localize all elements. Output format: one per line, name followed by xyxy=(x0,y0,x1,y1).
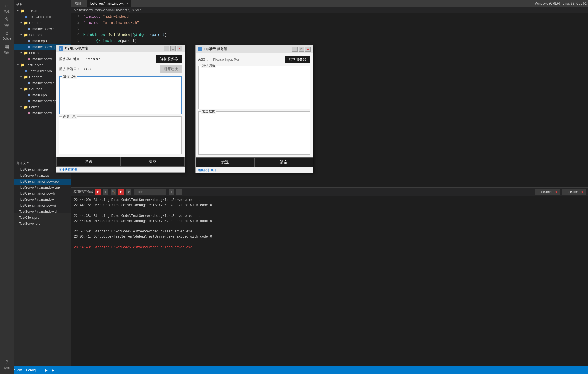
tree-item-testclient-pro[interactable]: ■ TestClient.pro xyxy=(14,14,71,20)
tree-item-sources[interactable]: ▼ 📁 Sources xyxy=(14,32,71,38)
client-connect-btn[interactable]: 连接服务器 xyxy=(156,55,182,63)
open-file-item[interactable]: TestServer/mainwindow.cpp xyxy=(14,185,71,191)
file-icon: ■ xyxy=(27,111,31,115)
client-disconnect-btn[interactable]: 断开连接 xyxy=(160,65,182,73)
project-icon: ▦ xyxy=(4,44,10,50)
debug-run-icon[interactable]: ▶ xyxy=(52,368,54,372)
code-line: 2 #include "ui_mainwindow.h" xyxy=(71,20,588,26)
folder-icon: 📁 xyxy=(24,51,28,55)
stop-btn[interactable]: ■ xyxy=(103,189,108,195)
client-ip-value: 127.0.0.1 xyxy=(86,57,154,61)
client-send-btn[interactable]: 发送 xyxy=(56,157,120,167)
open-file-item[interactable]: TestClient/mainwindow.h xyxy=(14,191,71,197)
build-btn[interactable]: 🔨 xyxy=(111,189,116,195)
file-icon: ■ xyxy=(24,14,28,19)
file-tree-header: 项目 xyxy=(14,0,71,8)
tree-item-main-cpp[interactable]: ■ main.cpp xyxy=(14,38,71,44)
client-comm-group1: 通信记录 xyxy=(59,76,182,114)
sidebar-icon-help[interactable]: ? 帮助 xyxy=(0,358,13,371)
tree-label: Headers xyxy=(29,75,42,79)
open-file-item[interactable]: TestServer/main.cpp xyxy=(14,173,71,179)
output-line-highlight: 23:14:43: Starting D:\qtCode\TestServer\… xyxy=(74,245,585,250)
spacer xyxy=(22,27,26,31)
topbar: 项目 TestClient/mainwindow... × Windows (C… xyxy=(71,0,588,7)
server-port-row: 端口： 启动服务器 xyxy=(198,56,310,63)
open-file-item[interactable]: TestClient.pro xyxy=(14,215,71,221)
edit-icon: ✎ xyxy=(4,16,10,22)
server-clear-btn[interactable]: 清空 xyxy=(254,157,313,167)
server-send-btn[interactable]: 发送 xyxy=(196,157,254,167)
open-file-item[interactable]: TestClient/mainwindow.cpp xyxy=(14,179,71,185)
help-icon: ? xyxy=(4,360,10,366)
tree-label: Forms xyxy=(29,105,39,109)
client-titlebar: T Tcp聊天-客户端 _ □ × xyxy=(56,45,185,52)
tree-item-mainwindow-h[interactable]: ■ mainwindow.h xyxy=(14,26,71,32)
settings-btn[interactable]: ⚙ xyxy=(126,189,131,195)
output-tab-testserver[interactable]: TestServer ✕ xyxy=(535,189,560,195)
tree-item-testclient[interactable]: ▼ 📁 TestClient xyxy=(14,8,71,14)
server-close-btn[interactable]: × xyxy=(305,47,311,52)
code-line: 4 MainWindow::MainWindow(QWidget *parent… xyxy=(71,32,588,38)
server-maximize-btn[interactable]: □ xyxy=(299,47,304,52)
client-clear-btn[interactable]: 清空 xyxy=(120,157,185,167)
output-tab-testclient[interactable]: TestClient ✕ xyxy=(562,189,586,195)
edit-label: 编辑 xyxy=(4,23,10,27)
tab-mainwindow-cpp[interactable]: TestClient/mainwindow... × xyxy=(87,0,131,7)
tab-close-icon[interactable]: ✕ xyxy=(581,191,583,194)
run-btn[interactable]: ▶ xyxy=(95,189,101,195)
arrow-icon: ▼ xyxy=(19,105,23,109)
breadcrumb: MainWindow::MainWindow(QWidget *) -> voi… xyxy=(71,7,588,14)
client-comm-label2: 通信记录 xyxy=(62,114,77,119)
server-port-label: 端口： xyxy=(198,57,209,62)
folder-icon: 📁 xyxy=(20,8,25,13)
output-filter-input[interactable] xyxy=(134,189,166,195)
open-file-item[interactable]: TestServer/mainwindow.ui xyxy=(14,209,71,215)
code-line: 5 : QMainWindow(parent) xyxy=(71,38,588,44)
server-status-text: 连接状态:断开 xyxy=(198,168,217,172)
code-line: 1 #include "mainwindow.h" xyxy=(71,14,588,20)
tab-close-icon[interactable]: ✕ xyxy=(555,191,557,194)
filter-minus-btn[interactable]: - xyxy=(176,189,182,195)
open-file-item[interactable]: TestServer.pro xyxy=(14,221,71,227)
folder-icon: 📁 xyxy=(20,63,25,67)
output-line: 22:44:00: Starting D:\qtCode\TestServer\… xyxy=(74,198,585,203)
open-file-item[interactable]: TestClient/mainwindow.ui xyxy=(14,203,71,209)
breadcrumb-text: MainWindow::MainWindow(QWidget *) -> voi… xyxy=(74,8,141,12)
tree-label: Sources xyxy=(29,87,42,91)
open-file-item[interactable]: TestServer/mainwindow.h xyxy=(14,197,71,203)
sidebar-icon-project[interactable]: ▦ 项目 xyxy=(0,42,13,55)
file-icon: ■ xyxy=(24,69,28,73)
client-content: 服务器IP地址： 127.0.0.1 连接服务器 服务器端口： 8888 断开连… xyxy=(56,52,185,157)
project-label: 项目 xyxy=(4,51,10,54)
tree-label: TestServer.pro xyxy=(29,69,52,73)
file-icon: ■ xyxy=(27,99,31,103)
sidebar-icon-edit[interactable]: ✎ 编辑 xyxy=(0,15,13,28)
client-minimize-btn[interactable]: _ xyxy=(164,46,169,51)
spacer xyxy=(22,111,26,115)
welcome-icon: ⌂ xyxy=(4,3,10,9)
folder-icon: 📁 xyxy=(24,105,28,109)
tree-label: mainwindow.ui xyxy=(32,57,56,61)
client-window: T Tcp聊天-客户端 _ □ × 服务器IP地址： 127.0.0.1 连接服… xyxy=(56,45,185,173)
server-minimize-btn[interactable]: _ xyxy=(292,47,298,52)
sidebar-icon-welcome[interactable]: ⌂ 欢迎 xyxy=(0,1,13,14)
file-icon: ■ xyxy=(27,93,31,97)
server-window-icon: T xyxy=(198,47,202,51)
client-maximize-btn[interactable]: □ xyxy=(170,46,176,51)
client-comm-label1: 通信记录 xyxy=(62,74,77,79)
tree-label: mainwindow.ui xyxy=(32,111,56,115)
sidebar-icon-debug[interactable]: ⬡ Debug xyxy=(0,29,13,42)
folder-icon: 📁 xyxy=(24,87,28,91)
client-close-btn[interactable]: × xyxy=(177,46,182,51)
tab-close-icon[interactable]: × xyxy=(126,2,128,5)
server-port-input[interactable] xyxy=(211,56,283,63)
run-icon[interactable]: ▶ xyxy=(45,368,48,372)
arrow-icon: ▼ xyxy=(16,9,20,13)
filter-plus-btn[interactable]: + xyxy=(169,189,174,195)
output-line: 22:44:15: D:\qtCode\TestServer\debug\Tes… xyxy=(74,203,585,208)
tree-item-headers[interactable]: ▼ 📁 Headers xyxy=(14,20,71,26)
debug-run-btn[interactable]: ▶ xyxy=(118,189,124,195)
server-start-btn[interactable]: 启动服务器 xyxy=(285,56,310,63)
client-ip-label: 服务器IP地址： xyxy=(59,57,84,62)
arrow-icon: ▼ xyxy=(19,33,23,37)
